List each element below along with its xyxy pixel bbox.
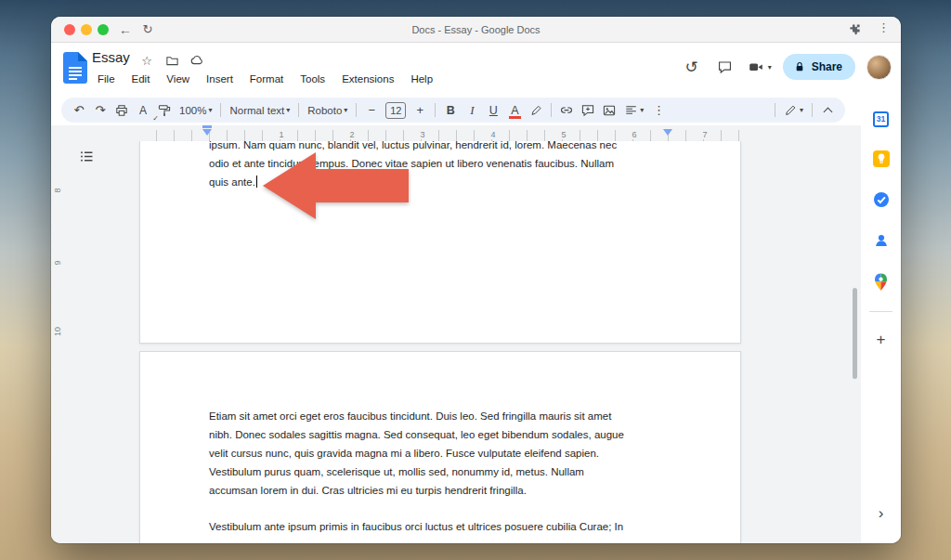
browser-tab-title: Docs - Essay - Google Docs — [51, 17, 901, 43]
toolbar-divider — [435, 103, 436, 117]
companion-side-panel: 31 + — [861, 96, 901, 543]
toolbar-divider — [775, 103, 775, 117]
editing-mode-select[interactable]: ▾ — [780, 100, 807, 121]
left-indent-marker[interactable] — [202, 129, 212, 136]
bold-button[interactable]: B — [440, 100, 461, 121]
right-indent-marker[interactable] — [663, 129, 672, 136]
print-icon[interactable] — [111, 100, 132, 121]
meet-camera-button[interactable]: ▾ — [748, 59, 772, 74]
vertical-scrollbar-thumb[interactable] — [853, 288, 857, 379]
side-panel-divider — [869, 311, 892, 312]
redo-icon[interactable]: ↷ — [90, 100, 111, 121]
lock-icon — [794, 60, 805, 73]
insert-link-icon[interactable] — [556, 100, 577, 121]
tasks-icon[interactable] — [872, 190, 891, 209]
ruler-number: 6 — [630, 130, 638, 139]
undo-icon[interactable]: ↶ — [69, 100, 89, 121]
chevron-down-icon: ▾ — [800, 106, 803, 114]
font-family-select[interactable]: Roboto ▾ — [304, 100, 351, 121]
spellcheck-checkmark: ✓ — [152, 114, 159, 123]
underline-button[interactable]: U — [483, 100, 503, 121]
toolbar-divider — [220, 103, 221, 117]
ruler-number: 8 — [53, 185, 62, 196]
align-select[interactable]: ▾ — [620, 100, 647, 121]
add-comment-icon[interactable] — [578, 100, 598, 121]
get-add-ons-button[interactable]: + — [877, 331, 886, 349]
insert-image-icon[interactable] — [599, 100, 619, 121]
toolbar-divider — [551, 103, 552, 117]
decrease-font-size-button[interactable]: − — [361, 100, 382, 121]
spellcheck-icon[interactable]: A ✓ — [133, 100, 153, 121]
show-side-panel-chevron[interactable]: › — [879, 504, 884, 523]
italic-button[interactable]: I — [462, 100, 482, 121]
zoom-select[interactable]: 100% ▾ — [176, 100, 215, 121]
menu-file[interactable]: File — [92, 72, 121, 86]
first-line-indent-marker[interactable] — [202, 125, 212, 128]
chevron-down-icon: ▾ — [286, 106, 290, 114]
ruler-number: 5 — [559, 130, 567, 139]
browser-menu-icon[interactable]: ⋮ — [878, 20, 890, 34]
move-folder-icon[interactable] — [163, 52, 180, 69]
text-color-button[interactable]: A — [504, 100, 525, 121]
horizontal-ruler[interactable]: 1 2 3 4 5 6 7 — [139, 130, 741, 141]
contacts-icon[interactable] — [872, 231, 891, 250]
toolbar-more-icon[interactable]: ⋮ — [648, 100, 669, 121]
chevron-down-icon: ▾ — [640, 106, 644, 114]
menu-help[interactable]: Help — [405, 72, 438, 86]
text-line: Vestibulum ante ipsum primis in faucibus… — [209, 517, 624, 536]
maps-icon[interactable] — [872, 272, 891, 291]
toolbar-divider — [356, 103, 357, 117]
text-cursor — [256, 176, 258, 188]
browser-window: ← ↻ Docs - Essay - Google Docs ⋮ Essay ☆ — [51, 17, 901, 543]
ruler-number: 3 — [418, 130, 426, 139]
font-size-input[interactable]: 12 — [385, 102, 406, 119]
share-button[interactable]: Share — [783, 54, 855, 80]
calendar-icon[interactable]: 31 — [872, 110, 891, 128]
page-2-text[interactable]: Etiam sit amet orci eget eros faucibus t… — [209, 407, 624, 536]
red-arrow-head — [263, 152, 316, 219]
increase-font-size-button[interactable]: + — [410, 100, 430, 121]
ruler-number: 1 — [277, 130, 285, 139]
format-toolbar: ↶ ↷ A ✓ 100% ▾ Normal text ▾ — [61, 98, 845, 123]
chevron-down-icon[interactable]: ▾ — [768, 63, 772, 72]
ruler-number: 4 — [489, 130, 497, 139]
text-line: nibh. Donec sodales sagittis magna. Sed … — [209, 425, 624, 444]
star-icon[interactable]: ☆ — [138, 52, 155, 69]
menu-bar: File Edit View Insert Format Tools Exten… — [92, 72, 438, 86]
text-line: accumsan lorem in dui. Cras ultricies mi… — [209, 481, 624, 500]
title-action-icons: ☆ — [138, 52, 205, 69]
highlight-color-icon[interactable] — [526, 100, 546, 121]
keep-icon[interactable] — [872, 150, 891, 168]
show-outline-icon[interactable] — [75, 145, 98, 167]
text-color-letter: A — [511, 104, 518, 117]
user-avatar[interactable] — [866, 55, 892, 80]
ruler-number: 9 — [53, 257, 62, 268]
menu-format[interactable]: Format — [244, 72, 289, 86]
toolbar-divider — [812, 103, 813, 117]
document-title[interactable]: Essay — [92, 49, 130, 65]
menu-tools[interactable]: Tools — [294, 72, 331, 86]
chevron-up-icon — [823, 107, 832, 116]
extensions-puzzle-icon[interactable] — [847, 22, 862, 37]
text-color-bar — [509, 116, 520, 119]
share-button-label: Share — [812, 60, 842, 73]
paragraph-style-value: Normal text — [229, 105, 284, 116]
docs-app-header: Essay ☆ File Edit View Insert Format Too… — [51, 43, 901, 96]
text-line: Vestibulum purus quam, scelerisque ut, m… — [209, 462, 624, 481]
ruler-number: 10 — [53, 326, 62, 337]
menu-extensions[interactable]: Extensions — [336, 72, 399, 86]
menu-view[interactable]: View — [161, 72, 195, 86]
paragraph-style-select[interactable]: Normal text ▾ — [226, 100, 293, 121]
menu-insert[interactable]: Insert — [201, 72, 239, 86]
text-line: velit cursus nunc, quis gravida magna mi… — [209, 444, 624, 462]
comments-icon[interactable] — [714, 56, 736, 78]
ruler-number: 2 — [347, 130, 356, 139]
google-docs-logo-icon[interactable] — [63, 52, 87, 84]
header-right-actions: ↺ ▾ Share — [681, 54, 892, 80]
chevron-down-icon: ▾ — [208, 106, 212, 114]
cloud-saved-icon[interactable] — [189, 52, 205, 69]
menu-edit[interactable]: Edit — [126, 72, 156, 86]
zoom-value: 100% — [179, 105, 206, 116]
version-history-icon[interactable]: ↺ — [681, 56, 703, 78]
hide-menus-button[interactable] — [817, 100, 838, 121]
